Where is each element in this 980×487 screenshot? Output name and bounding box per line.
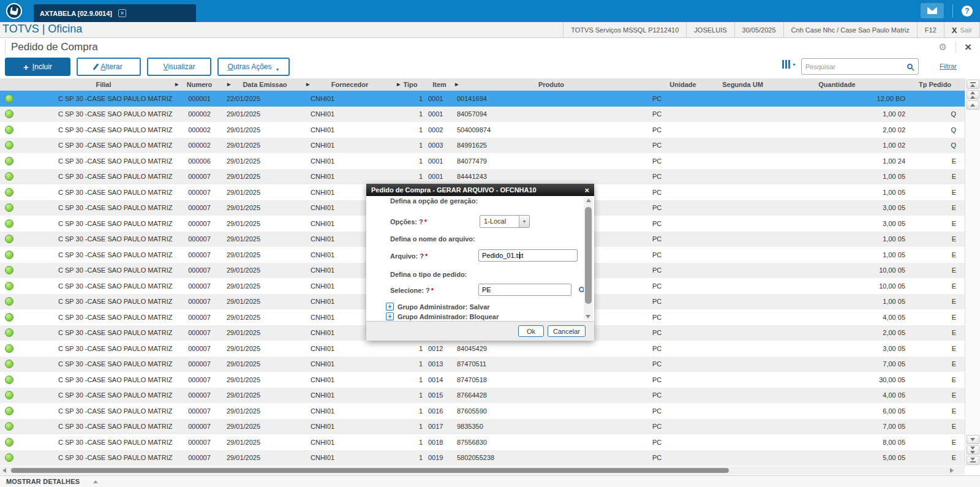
- sort-arrow-icon[interactable]: ▶: [306, 78, 309, 91]
- table-row[interactable]: C SP 30 -CASE SAO PAULO MATRIZ00000122/0…: [0, 91, 965, 107]
- line-up-button[interactable]: [967, 100, 979, 110]
- cell-un: PC: [649, 126, 717, 134]
- table-row[interactable]: C SP 30 -CASE SAO PAULO MATRIZ00000629/0…: [0, 153, 965, 169]
- column-header-status[interactable]: [0, 78, 34, 91]
- column-header-produto[interactable]: ▶Produto: [453, 78, 649, 91]
- arquivo-input[interactable]: [478, 249, 578, 262]
- page-close-icon[interactable]: ×: [965, 42, 971, 53]
- scroll-to-top-button[interactable]: [967, 80, 979, 89]
- table-row[interactable]: C SP 30 -CASE SAO PAULO MATRIZ00000729/0…: [0, 434, 965, 450]
- table-row[interactable]: C SP 30 -CASE SAO PAULO MATRIZ00000729/0…: [0, 388, 965, 404]
- gear-icon[interactable]: ⚙: [938, 42, 946, 53]
- sort-arrow-icon[interactable]: ▶: [175, 78, 178, 91]
- table-row[interactable]: C SP 30 -CASE SAO PAULO MATRIZ00000729/0…: [0, 169, 965, 185]
- dialog-close-icon[interactable]: ×: [584, 186, 589, 195]
- fkey-badge[interactable]: F12: [917, 22, 944, 38]
- expand-plus-icon[interactable]: +: [386, 312, 394, 320]
- opcoes-select[interactable]: 1-Local ▼: [480, 215, 530, 228]
- cell-forn: CNHI01: [304, 439, 395, 446]
- sort-arrow-icon[interactable]: ▶: [397, 78, 400, 91]
- table-row[interactable]: C SP 30 -CASE SAO PAULO MATRIZ00000229/0…: [0, 138, 965, 154]
- cell-qtd: 10,00 05: [769, 282, 905, 290]
- column-header-item[interactable]: Item: [426, 78, 453, 91]
- cell-qtd: 1,00 02: [769, 142, 905, 149]
- cell-filial: C SP 30 -CASE SAO PAULO MATRIZ: [34, 126, 173, 134]
- ok-button[interactable]: Ok: [518, 325, 544, 337]
- grid-vertical-scrollbar[interactable]: [965, 78, 980, 467]
- table-row[interactable]: C SP 30 -CASE SAO PAULO MATRIZ00000729/0…: [0, 450, 965, 466]
- cell-tp: E: [905, 298, 965, 305]
- tree-item-salvar[interactable]: + Grupo Administrador: Salvar: [386, 303, 490, 311]
- scroll-to-bottom-button[interactable]: [967, 456, 979, 465]
- table-row[interactable]: C SP 30 -CASE SAO PAULO MATRIZ00000729/0…: [0, 341, 965, 357]
- grid-horizontal-scrollbar[interactable]: [0, 466, 965, 475]
- dialog-footer: Ok Cancelar: [366, 321, 594, 341]
- dialog-scroll-thumb[interactable]: [585, 207, 592, 304]
- expand-plus-icon[interactable]: +: [386, 303, 394, 311]
- cell-produto: 84077479: [453, 157, 649, 165]
- table-row[interactable]: C SP 30 -CASE SAO PAULO MATRIZ00000229/0…: [0, 107, 965, 123]
- sort-arrow-icon[interactable]: ▶: [227, 78, 230, 91]
- search-icon[interactable]: [907, 64, 913, 69]
- column-header-un[interactable]: Unidade: [649, 78, 717, 91]
- scroll-right-icon[interactable]: [950, 468, 954, 473]
- cell-numero: 000007: [173, 220, 225, 227]
- mail-button[interactable]: [921, 3, 944, 18]
- filtrar-link[interactable]: Filtrar: [940, 62, 957, 70]
- line-down-button[interactable]: [967, 435, 979, 444]
- column-header-filial[interactable]: Filial: [34, 78, 173, 91]
- cell-tp: Q: [905, 142, 965, 149]
- scroll-up-icon[interactable]: [586, 198, 591, 202]
- column-header-seg[interactable]: Segunda UM: [717, 78, 769, 91]
- page-up-button[interactable]: [967, 90, 979, 99]
- column-header-tipo[interactable]: ▶Tipo: [395, 78, 426, 91]
- table-row[interactable]: C SP 30 -CASE SAO PAULO MATRIZ00000229/0…: [0, 122, 965, 138]
- cell-qtd: 12,00 BO: [769, 95, 905, 102]
- cell-qtd: 3,00 05: [769, 220, 905, 227]
- expand-details-icon[interactable]: [93, 480, 98, 483]
- tab-close-icon[interactable]: ×: [118, 9, 126, 17]
- column-header-data[interactable]: ▶Data Emissao: [225, 78, 304, 91]
- dialog-title-bar[interactable]: Pedido de Compra - GERAR ARQUIVO - OFCNH…: [366, 184, 594, 196]
- dialog-scrollbar[interactable]: [584, 197, 593, 320]
- cell-filial: C SP 30 -CASE SAO PAULO MATRIZ: [34, 266, 173, 274]
- horizontal-scroll-thumb[interactable]: [11, 468, 729, 473]
- program-tab[interactable]: AXTABELA [02.9.0014] ×: [34, 4, 196, 22]
- mostrar-detalhes-button[interactable]: MOSTRAR DETALHES: [6, 478, 80, 485]
- page-header: Pedido de Compra ⚙ ×: [0, 38, 980, 56]
- column-header-forn[interactable]: ▶Fornecedor: [304, 78, 395, 91]
- sort-arrow-icon[interactable]: ▶: [455, 78, 458, 91]
- page-down-button[interactable]: [967, 445, 979, 455]
- status-green-icon: [5, 266, 13, 274]
- search-input[interactable]: [802, 63, 907, 70]
- cell-tipo: 1: [395, 142, 426, 149]
- help-icon[interactable]: ?: [962, 6, 973, 17]
- visualizar-button[interactable]: Visualizar: [147, 58, 211, 76]
- incluir-button[interactable]: + Incluir: [5, 58, 70, 76]
- cancelar-button[interactable]: Cancelar: [548, 325, 586, 337]
- column-header-numero[interactable]: ▶Numero: [173, 78, 225, 91]
- cell-produto: 84045429: [453, 345, 649, 352]
- scroll-down-icon[interactable]: [586, 315, 590, 319]
- column-selector-button[interactable]: ▼: [782, 60, 796, 69]
- cell-qtd: 5,00 05: [769, 454, 905, 461]
- outras-acoes-button[interactable]: Outras Ações ▼: [217, 58, 290, 76]
- selecione-input[interactable]: [478, 284, 571, 296]
- column-header-qtd[interactable]: Quantidade: [769, 78, 905, 91]
- alterar-button[interactable]: Alterar: [77, 58, 141, 76]
- select-dropdown-button[interactable]: ▼: [519, 216, 529, 227]
- table-row[interactable]: C SP 30 -CASE SAO PAULO MATRIZ00000729/0…: [0, 372, 965, 388]
- column-header-tp[interactable]: Tp Pedido: [905, 78, 965, 91]
- tree-item-bloquear[interactable]: + Grupo Administrador: Bloquear: [386, 312, 499, 320]
- table-row[interactable]: C SP 30 -CASE SAO PAULO MATRIZ00000729/0…: [0, 357, 965, 372]
- cell-data: 29/01/2025: [225, 157, 304, 165]
- cell-tipo: 1: [395, 423, 426, 430]
- cell-tp: E: [905, 189, 965, 196]
- cell-item: 0014: [426, 376, 453, 383]
- scroll-left-icon[interactable]: [2, 468, 6, 473]
- cell-tp: E: [905, 454, 965, 461]
- cell-forn: CNHI01: [304, 345, 395, 352]
- exit-button[interactable]: X Sair: [944, 22, 980, 38]
- table-row[interactable]: C SP 30 -CASE SAO PAULO MATRIZ00000729/0…: [0, 403, 965, 419]
- table-row[interactable]: C SP 30 -CASE SAO PAULO MATRIZ00000729/0…: [0, 419, 965, 435]
